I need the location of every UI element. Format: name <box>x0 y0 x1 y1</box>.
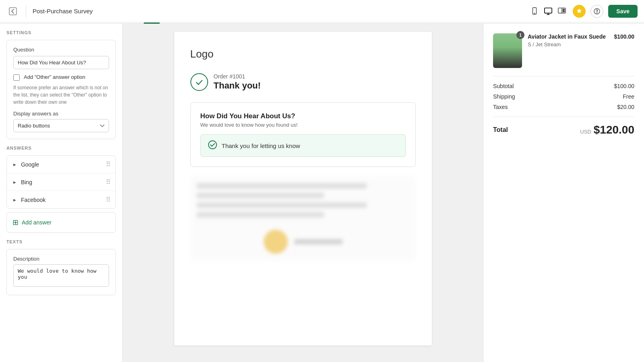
drag-handle-icon: ⠿ <box>106 178 110 186</box>
survey-subtitle: We would love to know how you found us! <box>200 122 406 128</box>
total-amount-group: USD $120.00 <box>580 123 634 136</box>
display-as-label: Display answers as <box>13 111 109 117</box>
back-button[interactable] <box>6 5 19 18</box>
help-button[interactable] <box>590 5 603 18</box>
product-name: Aviator Jacket in Faux Suede <box>528 33 608 40</box>
description-textarea[interactable]: We would love to know how you <box>13 264 109 287</box>
sidebar: SETTINGS Question Add "Other" answer opt… <box>0 24 123 362</box>
chevron-icon: ► <box>12 162 17 167</box>
shipping-value: Free <box>623 93 634 100</box>
success-message: Thank you for letting us know <box>222 142 300 149</box>
answer-bing-label: Bing <box>21 179 106 185</box>
answer-facebook[interactable]: ► Facebook ⠿ <box>7 191 116 208</box>
svg-point-8 <box>597 12 597 13</box>
blurred-line-1 <box>197 183 367 189</box>
product-variant: S / Jet Stream <box>528 41 608 47</box>
drag-handle-icon: ⠿ <box>106 160 110 168</box>
product-info: Aviator Jacket in Faux Suede S / Jet Str… <box>528 33 608 47</box>
texts-card: Description We would love to know how yo… <box>6 249 116 295</box>
taxes-label: Taxes <box>493 104 508 110</box>
preview-area: Logo Order #1001 Thank you! How Did You … <box>123 24 483 362</box>
total-label: Total <box>493 126 508 134</box>
other-option-label: Add "Other" answer option <box>24 74 85 80</box>
taxes-line: Taxes $20.00 <box>493 104 634 110</box>
device-tab-indicator <box>144 23 160 24</box>
answers-section-label: ANSWERS <box>6 146 116 150</box>
question-card: Question Add "Other" answer option If so… <box>6 40 116 139</box>
topbar-actions: Save <box>573 5 638 18</box>
svg-rect-0 <box>9 8 17 15</box>
blurred-text <box>294 239 343 245</box>
save-button[interactable]: Save <box>608 5 638 18</box>
description-label: Description <box>13 256 109 262</box>
survey-question: How Did You Hear About Us? <box>200 112 406 120</box>
order-divider-2 <box>493 117 634 117</box>
question-field-label: Question <box>13 47 109 53</box>
order-thankyou: Thank you! <box>214 80 261 91</box>
desktop-device-button[interactable] <box>544 7 553 16</box>
order-info: Order #1001 Thank you! <box>214 73 261 91</box>
product-image-wrap: 1 <box>493 33 522 68</box>
blurred-line-2 <box>197 193 324 198</box>
settings-section-label: SETTINGS <box>6 30 116 35</box>
main-layout: SETTINGS Question Add "Other" answer opt… <box>0 24 644 362</box>
subtotal-value: $100.00 <box>614 83 634 89</box>
question-input[interactable] <box>13 56 109 69</box>
total-currency: USD <box>580 129 591 135</box>
blurred-content <box>190 177 416 260</box>
product-image <box>493 33 522 68</box>
survey-success-banner: Thank you for letting us know <box>200 134 406 157</box>
answer-google[interactable]: ► Google ⠿ <box>7 156 116 173</box>
order-check-circle <box>190 73 208 91</box>
blurred-center <box>197 230 409 254</box>
add-icon: ⊞ <box>12 218 19 227</box>
taxes-value: $20.00 <box>617 104 634 110</box>
blurred-line-3 <box>197 202 367 208</box>
order-product: 1 Aviator Jacket in Faux Suede S / Jet S… <box>493 33 634 68</box>
order-summary: 1 Aviator Jacket in Faux Suede S / Jet S… <box>483 24 644 362</box>
total-amount: $120.00 <box>594 123 634 136</box>
order-number: Order #1001 <box>214 73 261 80</box>
texts-section: TEXTS Description We would love to know … <box>6 239 116 295</box>
svg-point-2 <box>535 13 535 13</box>
star-button[interactable] <box>573 5 586 18</box>
order-divider-1 <box>493 76 634 76</box>
add-answer-button[interactable]: ⊞ Add answer <box>6 212 116 233</box>
page-title: Post-Purchase Survey <box>33 8 524 14</box>
svg-rect-6 <box>563 8 565 12</box>
other-option-checkbox[interactable] <box>13 74 20 81</box>
product-price: $100.00 <box>614 33 634 40</box>
answer-facebook-label: Facebook <box>21 197 106 203</box>
svg-rect-3 <box>545 8 552 13</box>
split-device-button[interactable] <box>557 7 566 16</box>
answer-google-label: Google <box>21 161 106 168</box>
other-option-hint: If someone prefer an answer which is not… <box>13 84 109 106</box>
survey-card: How Did You Hear About Us? We would love… <box>190 102 416 167</box>
device-switcher <box>530 7 566 16</box>
shipping-line: Shipping Free <box>493 93 634 100</box>
topbar-divider <box>26 5 26 18</box>
blurred-circle <box>264 230 288 254</box>
product-quantity-badge: 1 <box>516 31 524 39</box>
chevron-icon: ► <box>12 197 17 202</box>
answer-bing[interactable]: ► Bing ⠿ <box>7 173 116 191</box>
blurred-line-4 <box>197 212 324 218</box>
order-header: Order #1001 Thank you! <box>190 73 416 91</box>
other-option-row: Add "Other" answer option <box>13 74 109 81</box>
store-logo: Logo <box>190 48 416 60</box>
total-line: Total USD $120.00 <box>493 123 634 136</box>
preview-page: Logo Order #1001 Thank you! How Did You … <box>174 32 432 346</box>
answers-section: ► Google ⠿ ► Bing ⠿ ► Facebook ⠿ ⊞ Add a… <box>6 155 116 233</box>
shipping-label: Shipping <box>493 93 515 100</box>
subtotal-line: Subtotal $100.00 <box>493 83 634 89</box>
add-answer-label: Add answer <box>22 219 52 226</box>
svg-point-9 <box>208 141 217 149</box>
mobile-device-button[interactable] <box>530 7 539 16</box>
answers-list: ► Google ⠿ ► Bing ⠿ ► Facebook ⠿ <box>6 155 116 209</box>
subtotal-label: Subtotal <box>493 83 514 89</box>
texts-section-label: TEXTS <box>6 239 116 244</box>
topbar: Post-Purchase Survey Save <box>0 0 644 23</box>
drag-handle-icon: ⠿ <box>106 196 110 204</box>
chevron-icon: ► <box>12 180 17 185</box>
display-as-select[interactable]: Radio buttons <box>13 119 109 132</box>
